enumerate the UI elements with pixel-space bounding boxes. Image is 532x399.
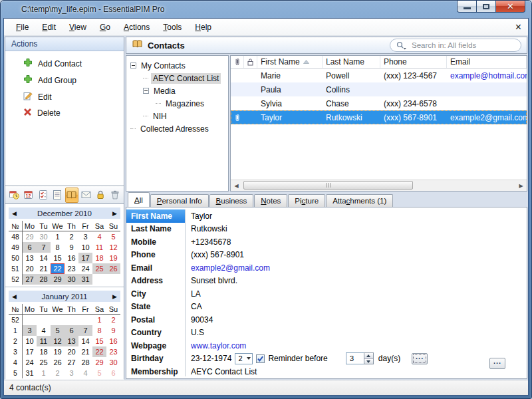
menu-go[interactable]: Go (93, 20, 117, 35)
day-cell[interactable]: 17 (78, 253, 92, 263)
day-cell[interactable]: 5 (51, 325, 65, 336)
day-cell[interactable]: 4 (92, 231, 106, 242)
horizontal-scrollbar[interactable]: ◀ ▶ (231, 180, 527, 191)
day-cell[interactable]: 30 (37, 231, 51, 242)
field-value-last-name[interactable]: Rutkowski (185, 224, 233, 233)
day-cell[interactable]: 2 (51, 368, 65, 378)
day-cell[interactable]: 3 (65, 368, 78, 378)
day-cell[interactable]: 12 (106, 242, 120, 253)
field-label-city[interactable]: City (126, 287, 185, 301)
field-label-phone[interactable]: Phone (126, 249, 185, 262)
day-cell[interactable]: 21 (78, 346, 92, 357)
day-cell[interactable]: 29 (92, 357, 106, 368)
tab-business[interactable]: Business (209, 194, 254, 207)
contact-row-marie[interactable]: MariePowell(xxx) 123-4567example@hotmail… (231, 68, 527, 82)
day-cell[interactable]: 11 (37, 336, 51, 346)
spinner-buttons[interactable] (364, 352, 374, 364)
field-label-email[interactable]: Email (126, 261, 185, 275)
day-cell[interactable]: 16 (106, 336, 120, 346)
day-cell[interactable]: 8 (51, 242, 65, 253)
tab-personal-info[interactable]: Personal Info (150, 194, 209, 207)
field-label-webpage[interactable]: Webpage (126, 339, 185, 352)
module-notes-button[interactable] (51, 188, 65, 203)
day-cell[interactable]: 6 (106, 368, 120, 378)
field-label-membership[interactable]: Membership (126, 365, 185, 378)
day-cell[interactable]: 12 (51, 336, 65, 346)
module-epim-today-button[interactable] (7, 188, 21, 203)
action-add-group[interactable]: Add Group (5, 72, 124, 88)
day-cell[interactable]: 24 (78, 263, 92, 274)
column-header-email[interactable]: Email (447, 56, 527, 68)
contact-row-taylor[interactable]: TaylorRutkowski(xxx) 567-8901example2@gm… (231, 110, 527, 124)
menu-close-icon[interactable]: × (515, 22, 521, 33)
field-value-postal[interactable]: 90034 (185, 315, 219, 325)
module-contacts-button[interactable] (65, 188, 79, 203)
collapse-expander-icon[interactable] (130, 63, 136, 68)
day-cell[interactable]: 1 (92, 315, 106, 325)
scroll-left-arrow[interactable]: ◀ (231, 180, 242, 191)
field-label-birthday[interactable]: Birthday (126, 352, 185, 366)
tree-item-magazines[interactable]: Magazines (128, 97, 227, 110)
lock-column-header[interactable] (244, 56, 257, 68)
tree-item-aeyc-contact-list[interactable]: AEYC Contact List (128, 72, 227, 84)
tab-attachments-1[interactable]: Attachments (1) (326, 194, 393, 207)
field-value-mobile[interactable]: +12345678 (185, 237, 237, 247)
search-input[interactable] (410, 41, 518, 50)
next-month-arrow[interactable]: ▶ (108, 210, 117, 217)
day-cell[interactable]: 21 (37, 263, 51, 274)
day-cell[interactable]: 23 (106, 346, 120, 357)
day-cell[interactable]: 9 (106, 325, 120, 336)
day-cell[interactable]: 5 (92, 368, 106, 378)
selected-day[interactable]: 22 (51, 263, 65, 274)
tree-item-collected-adresses[interactable]: Collected Adresses (128, 122, 227, 135)
field-label-postal[interactable]: Postal (126, 313, 185, 327)
menu-actions[interactable]: Actions (117, 20, 156, 35)
module-todo-button[interactable] (36, 188, 50, 203)
scroll-track[interactable] (242, 180, 515, 191)
day-cell[interactable]: 15 (92, 336, 106, 346)
contact-row-sylvia[interactable]: SylviaChase(xxx) 234-6578 (231, 96, 527, 110)
module-trash-button[interactable] (108, 188, 122, 203)
day-cell[interactable]: 22 (92, 346, 106, 357)
day-cell[interactable]: 18 (37, 346, 51, 357)
module-passwords-button[interactable] (94, 188, 108, 203)
field-value-country[interactable]: U.S (185, 328, 210, 337)
day-cell[interactable]: 13 (23, 253, 37, 263)
minimize-button[interactable] (457, 1, 476, 13)
field-value-birthday[interactable]: 23-12-19742Reminder before3day(s)... (185, 352, 434, 364)
field-value-address[interactable]: Sunset blvrd. (185, 276, 243, 285)
day-cell[interactable]: 30 (65, 274, 78, 285)
menu-tools[interactable]: Tools (156, 20, 188, 35)
day-cell[interactable]: 10 (78, 242, 92, 253)
day-cell[interactable]: 1 (51, 231, 65, 242)
tree-item-nih[interactable]: NIH (128, 110, 227, 122)
day-cell[interactable]: 27 (23, 274, 37, 285)
search-box[interactable] (390, 39, 521, 52)
field-label-first-name[interactable]: First Name (126, 209, 185, 223)
day-cell[interactable]: 23 (65, 263, 78, 274)
day-cell[interactable]: 11 (92, 242, 106, 253)
prev-month-arrow[interactable]: ◀ (12, 293, 21, 300)
day-cell[interactable]: 9 (65, 242, 78, 253)
day-cell[interactable]: 5 (106, 231, 120, 242)
day-cell[interactable]: 3 (23, 325, 37, 336)
reminder-checkbox[interactable] (256, 354, 265, 363)
field-label-country[interactable]: Country (126, 327, 185, 340)
tab-picture[interactable]: Picture (288, 194, 325, 207)
module-calendar-button[interactable]: 12 (22, 188, 36, 203)
day-cell[interactable]: 4 (78, 368, 92, 378)
tab-notes[interactable]: Notes (254, 194, 287, 207)
reminder-days-spinner[interactable]: 3 (346, 352, 374, 364)
day-cell[interactable]: 20 (65, 346, 78, 357)
day-cell[interactable]: 2 (65, 231, 78, 242)
day-cell[interactable]: 24 (23, 357, 37, 368)
contact-row-paula[interactable]: PaulaCollins (231, 82, 527, 96)
day-cell[interactable]: 16 (65, 253, 78, 263)
day-cell[interactable]: 17 (23, 346, 37, 357)
action-edit[interactable]: Edit (5, 88, 124, 105)
day-cell[interactable]: 18 (92, 253, 106, 263)
action-add-contact[interactable]: Add Contact (5, 55, 124, 72)
field-value-phone[interactable]: (xxx) 567-8901 (185, 250, 250, 259)
field-value-webpage[interactable]: www.taylor.com (185, 341, 252, 350)
menu-edit[interactable]: Edit (35, 20, 63, 35)
